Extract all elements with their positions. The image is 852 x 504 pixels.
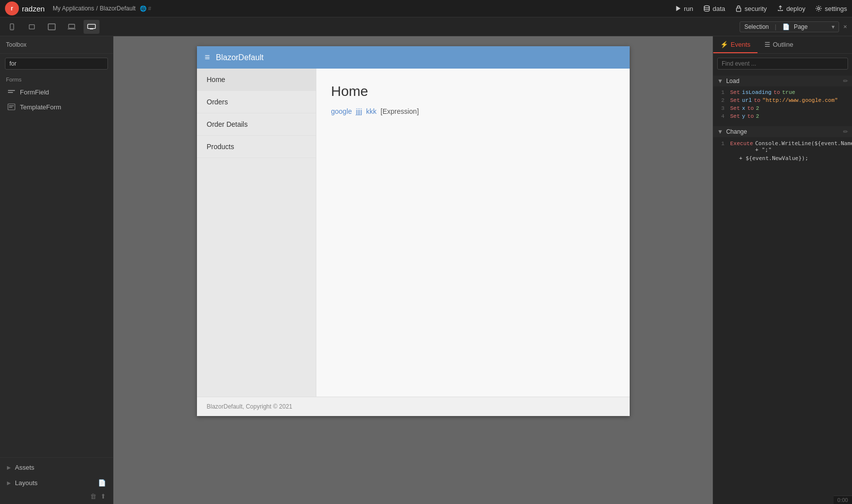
search-input[interactable] [5,58,108,70]
topbar-right: run data security deploy settings [674,5,847,12]
sidebar-bottom: ▶ Assets ▶ Layouts 📄 🗑 ⬆ [0,457,113,504]
device-tablet-sm-button[interactable] [24,20,40,34]
app-title: BlazorDefault [216,53,264,62]
data-button[interactable]: data [703,5,725,12]
event-section-load-header[interactable]: ▼ Load ✏ [713,76,852,86]
tab-events[interactable]: ⚡ Events [713,36,757,53]
edit-load-icon[interactable]: ✏ [843,78,848,84]
second-bar-right: Selection | 📄 Page ▾ × [740,21,848,32]
event-line: 1 Execute Console.WriteLine(${event.Name… [721,139,848,154]
events-label: Events [731,41,751,48]
sidebar-item-formfield[interactable]: FormField [0,84,113,99]
canvas-area: ≡ BlazorDefault Home Orders Order Detail… [113,36,713,504]
topbar: r radzen My Applications / BlazorDefault… [0,0,852,17]
nav-item-home[interactable]: Home [197,69,316,91]
templateform-icon [7,102,16,111]
device-laptop-button[interactable] [64,20,80,34]
sidebar-item-templateform[interactable]: TemplateForm [0,99,113,114]
svg-point-1 [704,5,710,7]
load-event-lines: 1 Set isLoading to true 2 Set url to "ht… [713,86,852,122]
svg-rect-11 [8,92,13,93]
toolbox-label: Toolbox [6,41,26,48]
event-line: 4 Set y to 2 [721,112,848,120]
toolbox-header: Toolbox [0,36,113,54]
svg-rect-7 [48,24,55,30]
logo-text: radzen [22,4,45,13]
change-section-title: Change [726,128,840,135]
status-bar: 0:00 [834,496,852,504]
event-section-load: ▼ Load ✏ 1 Set isLoading to true 2 Set u… [713,76,852,122]
forms-section-label: Forms [0,74,113,84]
deploy-button[interactable]: deploy [777,5,805,12]
main-layout: Toolbox Forms FormField TemplateForm ▶ A… [0,36,852,504]
event-line: 3 Set x to 2 [721,104,848,112]
svg-point-5 [11,28,12,29]
breadcrumb-app[interactable]: My Applications [53,5,94,12]
second-bar: Selection | 📄 Page ▾ × [0,17,852,36]
toggle-load-icon: ▼ [717,78,723,84]
page-frame: ≡ BlazorDefault Home Orders Order Detail… [197,46,630,416]
assets-label: Assets [15,464,34,471]
page-link-row: google jjjj kkk [Expression] [331,107,615,115]
app-layout: Home Orders Order Details Products Home … [197,69,630,397]
chevron-right-icon: ▶ [7,465,11,470]
upload-icon[interactable]: ⬆ [100,493,106,500]
event-line: 2 Set url to "http://www.google.com" [721,96,848,104]
device-tablet-button[interactable] [44,20,60,34]
logo-icon: r [5,1,19,15]
security-button[interactable]: security [735,5,767,12]
layouts-label: Layouts [15,479,38,487]
status-time: 0:00 [838,497,848,503]
svg-rect-2 [737,8,741,11]
breadcrumb-icons: 🌐 # [140,5,151,12]
svg-rect-10 [8,90,15,91]
device-phone-button[interactable] [4,20,20,34]
footer-text: BlazorDefault, Copyright © 2021 [207,403,292,410]
nav-item-orders[interactable]: Orders [197,91,316,113]
page-icon: 📄 [782,23,790,30]
svg-rect-9 [88,24,95,28]
close-button[interactable]: × [842,22,848,31]
link-google[interactable]: google [331,107,352,115]
menu-icon: ≡ [205,52,210,63]
event-line: 1 Set isLoading to true [721,88,848,96]
outline-icon: ☰ [764,41,770,48]
sidebar-item-assets[interactable]: ▶ Assets [0,460,113,475]
settings-button[interactable]: settings [815,5,847,12]
svg-point-3 [818,7,820,9]
chevron-right-icon2: ▶ [7,480,11,486]
right-panel-tabs: ⚡ Events ☰ Outline [713,36,852,54]
app-footer: BlazorDefault, Copyright © 2021 [197,397,630,416]
run-button[interactable]: run [674,5,693,12]
toggle-change-icon: ▼ [717,128,723,135]
breadcrumb-sep: / [96,5,97,12]
edit-change-icon[interactable]: ✏ [843,128,848,135]
link-jjjj[interactable]: jjjj [356,107,362,115]
app-nav: Home Orders Order Details Products [197,69,316,397]
event-section-change: ▼ Change ✏ 1 Execute Console.WriteLine($… [713,126,852,165]
new-file-icon[interactable]: 📄 [98,479,106,487]
tab-outline[interactable]: ☰ Outline [757,36,800,53]
page-label: Page [794,23,808,30]
app-content: Home google jjjj kkk [Expression] [316,69,630,397]
event-section-change-header[interactable]: ▼ Change ✏ [713,126,852,137]
event-line: + ${event.NewValue}); [721,154,848,163]
device-desktop-button[interactable] [84,20,99,34]
sidebar-action-icons: 📄 [98,479,106,487]
svg-rect-8 [69,24,75,28]
breadcrumb: My Applications / BlazorDefault 🌐 # [53,5,151,12]
trash-icon[interactable]: 🗑 [90,493,96,500]
selection-dropdown[interactable]: Selection | 📄 Page ▾ [740,21,839,32]
nav-item-order-details[interactable]: Order Details [197,113,316,136]
events-icon: ⚡ [720,41,728,48]
nav-item-products[interactable]: Products [197,136,316,158]
expression-text: [Expression] [380,107,419,115]
chevron-down-icon: ▾ [832,23,835,30]
formfield-label: FormField [20,88,49,96]
breadcrumb-project[interactable]: BlazorDefault [100,5,136,12]
link-kkk[interactable]: kkk [366,107,377,115]
find-event-input[interactable] [717,58,848,70]
sidebar-item-layouts[interactable]: ▶ Layouts 📄 [0,475,113,491]
logo[interactable]: r radzen [5,1,45,15]
svg-rect-14 [9,107,12,108]
